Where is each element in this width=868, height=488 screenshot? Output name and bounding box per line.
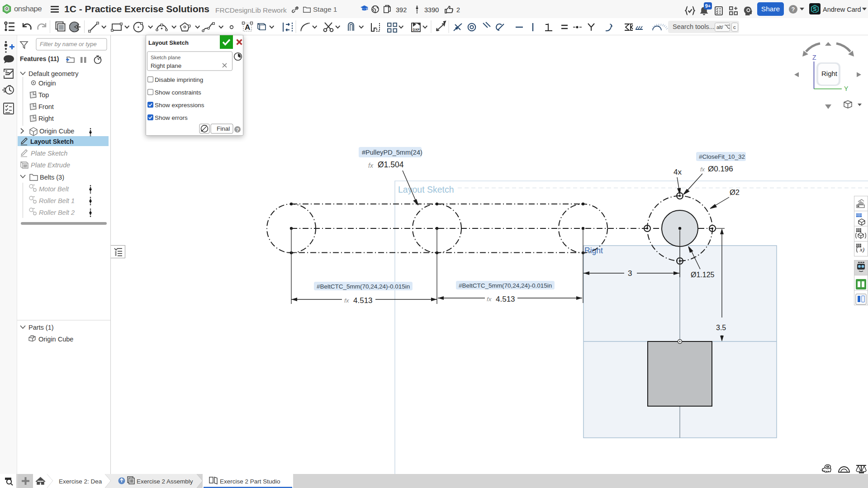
svg-text:Front: Front xyxy=(38,103,54,110)
svg-text:c: c xyxy=(733,24,736,30)
svg-text:4x: 4x xyxy=(674,168,682,176)
svg-text:Roller Belt 2: Roller Belt 2 xyxy=(39,209,75,216)
svg-text:Plate Extrude: Plate Extrude xyxy=(31,161,70,169)
svg-text:fx: fx xyxy=(700,166,705,173)
svg-text:Roller Belt 1: Roller Belt 1 xyxy=(39,197,75,204)
svg-text:Motor Belt: Motor Belt xyxy=(39,185,69,193)
svg-text:fx: fx xyxy=(368,162,374,169)
svg-text:3: 3 xyxy=(628,269,632,278)
svg-text:Ø1.504: Ø1.504 xyxy=(378,160,404,169)
svg-text:Final: Final xyxy=(217,125,230,132)
svg-text:Right plane: Right plane xyxy=(151,62,181,69)
svg-text:alt/: alt/ xyxy=(716,24,724,30)
svg-text:Ø1.125: Ø1.125 xyxy=(691,271,715,279)
svg-text:Exercise 2 Part Studio: Exercise 2 Part Studio xyxy=(220,478,280,485)
svg-text:Z: Z xyxy=(812,54,816,61)
svg-text:Filter by name or type: Filter by name or type xyxy=(40,41,97,47)
svg-text:Top: Top xyxy=(38,91,49,99)
svg-text:Exercise 2 Assembly: Exercise 2 Assembly xyxy=(137,478,193,485)
svg-text:Y: Y xyxy=(844,85,849,92)
svg-text:Origin: Origin xyxy=(38,80,56,87)
svg-text:Layout Sketch: Layout Sketch xyxy=(398,185,454,194)
svg-text:x): x) xyxy=(859,246,864,253)
svg-text:Default geometry: Default geometry xyxy=(28,70,79,77)
svg-text:Show constraints: Show constraints xyxy=(155,89,201,96)
svg-text:DXF: DXF xyxy=(413,28,420,32)
svg-text:Layout Sketch: Layout Sketch xyxy=(30,138,74,145)
svg-text:Show expressions: Show expressions xyxy=(155,102,204,109)
svg-text:Disable imprinting: Disable imprinting xyxy=(155,76,203,83)
svg-text:Ø0.196: Ø0.196 xyxy=(708,165,733,173)
svg-text:Right: Right xyxy=(821,70,838,77)
svg-text:4.513: 4.513 xyxy=(496,295,515,303)
svg-text:Search tools...: Search tools... xyxy=(673,23,715,30)
svg-text:#PulleyPD_5mm(24): #PulleyPD_5mm(24) xyxy=(362,149,422,156)
svg-text:3.5: 3.5 xyxy=(716,324,726,332)
svg-text:Exercise 2: Dea: Exercise 2: Dea xyxy=(59,478,102,485)
svg-text:Plate Sketch: Plate Sketch xyxy=(31,150,67,157)
svg-text:Origin Cube: Origin Cube xyxy=(39,128,74,135)
svg-text:Show errors: Show errors xyxy=(155,114,188,121)
svg-text:Layout Sketch: Layout Sketch xyxy=(148,39,189,46)
svg-text:?: ? xyxy=(236,127,239,133)
svg-text:Features (11): Features (11) xyxy=(20,55,59,62)
svg-text:Parts (1): Parts (1) xyxy=(28,324,54,331)
svg-text:Origin Cube: Origin Cube xyxy=(38,336,73,343)
svg-text:#CloseFit_10_32: #CloseFit_10_32 xyxy=(699,153,745,160)
svg-text:Right: Right xyxy=(38,115,54,122)
svg-text:Ø2: Ø2 xyxy=(730,188,740,196)
svg-text:fx: fx xyxy=(487,296,492,303)
svg-text:#BeltCTC_5mm(70,24,24)-0.015in: #BeltCTC_5mm(70,24,24)-0.015in xyxy=(317,283,410,290)
svg-text:#BeltCTC_5mm(70,24,24)-0.015in: #BeltCTC_5mm(70,24,24)-0.015in xyxy=(459,282,552,289)
svg-text:A: A xyxy=(245,23,250,32)
svg-text:4.513: 4.513 xyxy=(353,296,373,305)
svg-text:Belts (3): Belts (3) xyxy=(40,174,64,181)
svg-text:Sketch plane: Sketch plane xyxy=(151,55,181,60)
svg-text:fx: fx xyxy=(344,297,350,304)
